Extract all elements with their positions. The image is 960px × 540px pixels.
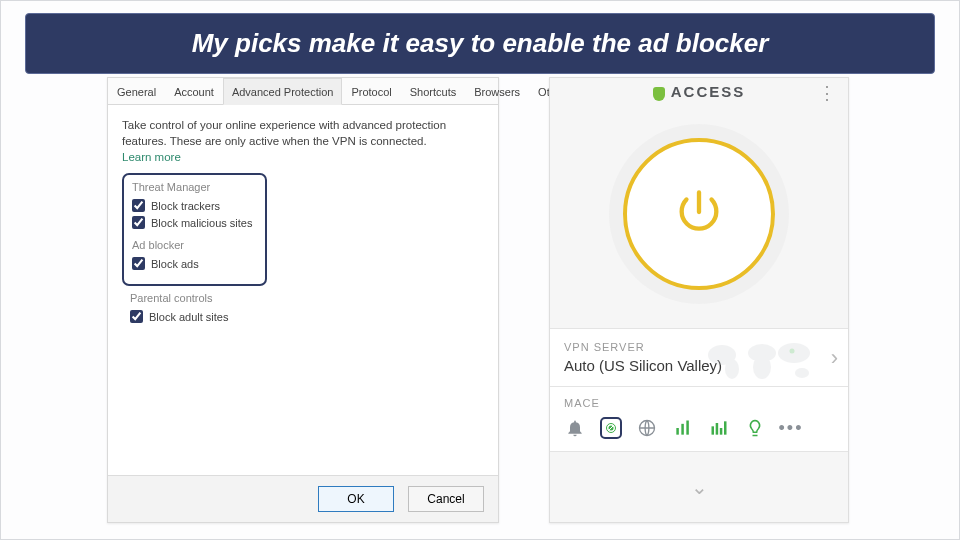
settings-tabbar: General Account Advanced Protection Prot… <box>108 78 498 105</box>
mace-shield-icon[interactable] <box>600 417 622 439</box>
svg-rect-13 <box>686 421 689 435</box>
block-adult-label: Block adult sites <box>149 311 228 323</box>
svg-rect-11 <box>676 428 679 435</box>
parental-title: Parental controls <box>130 292 334 304</box>
menu-kebab-icon[interactable]: ⋮ <box>818 82 836 104</box>
tab-general[interactable]: General <box>108 78 165 105</box>
cancel-button[interactable]: Cancel <box>408 486 484 512</box>
connect-button[interactable] <box>623 138 775 290</box>
svg-point-1 <box>725 359 739 379</box>
tab-shortcuts[interactable]: Shortcuts <box>401 78 465 105</box>
parental-group: Parental controls Block adult sites <box>122 286 342 323</box>
notifications-icon[interactable] <box>564 417 586 439</box>
quick-settings-row: ••• <box>564 417 834 439</box>
vpn-server-row[interactable]: VPN SERVER Auto (US Silicon Valley) › <box>550 328 848 387</box>
block-malicious-row[interactable]: Block malicious sites <box>132 216 257 229</box>
headline-banner: My picks make it easy to enable the ad b… <box>25 13 935 74</box>
svg-point-3 <box>753 355 771 379</box>
mace-row: MACE ••• <box>550 387 848 452</box>
block-ads-row[interactable]: Block ads <box>132 257 257 270</box>
threat-manager-title: Threat Manager <box>132 181 257 193</box>
network-icon[interactable] <box>636 417 658 439</box>
block-malicious-checkbox[interactable] <box>132 216 145 229</box>
block-trackers-checkbox[interactable] <box>132 199 145 212</box>
pia-logo: ACCESS <box>653 83 746 100</box>
expressvpn-settings-window: General Account Advanced Protection Prot… <box>107 77 499 523</box>
block-ads-label: Block ads <box>151 258 199 270</box>
svg-rect-12 <box>681 424 684 435</box>
highlight-box: Threat Manager Block trackers Block mali… <box>122 173 267 286</box>
chevron-right-icon: › <box>831 345 838 371</box>
block-trackers-row[interactable]: Block trackers <box>132 199 257 212</box>
tips-icon[interactable] <box>744 417 766 439</box>
svg-rect-16 <box>720 428 723 435</box>
pia-brand-text: ACCESS <box>671 83 746 100</box>
dialog-buttonbar: OK Cancel <box>108 475 498 522</box>
svg-rect-15 <box>716 423 719 435</box>
block-malicious-label: Block malicious sites <box>151 217 252 229</box>
more-icon[interactable]: ••• <box>780 417 802 439</box>
svg-rect-17 <box>724 421 727 434</box>
learn-more-link[interactable]: Learn more <box>122 151 181 163</box>
tab-account[interactable]: Account <box>165 78 223 105</box>
ok-button[interactable]: OK <box>318 486 394 512</box>
svg-point-4 <box>778 343 810 363</box>
svg-point-5 <box>795 368 809 378</box>
performance-icon[interactable] <box>708 417 730 439</box>
svg-point-6 <box>790 349 795 354</box>
pia-app-window: ACCESS ⋮ VPN SERVER Auto (US Silicon Val… <box>549 77 849 523</box>
svg-rect-14 <box>712 426 715 434</box>
tab-browsers[interactable]: Browsers <box>465 78 529 105</box>
tab-advanced-protection[interactable]: Advanced Protection <box>223 78 343 105</box>
ad-blocker-title: Ad blocker <box>132 239 257 251</box>
block-adult-checkbox[interactable] <box>130 310 143 323</box>
tab-protocol[interactable]: Protocol <box>342 78 400 105</box>
usage-icon[interactable] <box>672 417 694 439</box>
pia-logo-icon <box>653 87 665 101</box>
block-ads-checkbox[interactable] <box>132 257 145 270</box>
pia-header: ACCESS ⋮ <box>550 78 848 100</box>
block-adult-row[interactable]: Block adult sites <box>130 310 334 323</box>
mace-label: MACE <box>564 397 834 409</box>
settings-description: Take control of your online experience w… <box>122 117 484 149</box>
world-map-icon <box>700 337 820 385</box>
power-icon <box>673 186 725 242</box>
power-area <box>550 100 848 328</box>
expand-chevron-icon[interactable]: ⌄ <box>550 452 848 522</box>
block-trackers-label: Block trackers <box>151 200 220 212</box>
settings-content: Take control of your online experience w… <box>108 105 498 475</box>
